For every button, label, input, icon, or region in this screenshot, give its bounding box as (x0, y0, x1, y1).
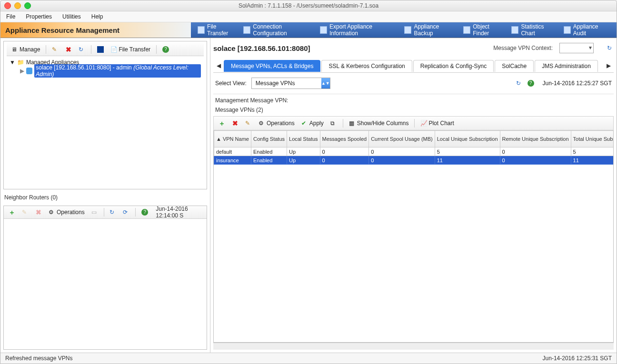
file-transfer-button[interactable]: 📄File Transfer (109, 45, 152, 54)
ribbon-connection-config[interactable]: Connection Configuration (240, 21, 316, 39)
edit-icon: ✎ (245, 120, 252, 127)
table-row[interactable]: default Enabled Up 0 0 5 0 5 1 0 0 (214, 148, 614, 156)
menu-file[interactable]: File (6, 13, 15, 20)
help-button[interactable]: ? (160, 45, 171, 54)
add-vpn-button[interactable]: ＋ (217, 119, 227, 128)
table-header-row: ▲ VPN Name Config Status Local Status Me… (214, 131, 614, 148)
edit-vpn-button[interactable]: ✎ (243, 119, 254, 128)
folder-icon: 📁 (17, 59, 24, 66)
delete-vpn-button[interactable]: ✖ (230, 119, 240, 128)
vpn-context-select[interactable]: ▾ (559, 43, 594, 53)
columns-icon: ▦ (349, 120, 356, 127)
ribbon-appliance-backup[interactable]: Appliance Backup (401, 21, 459, 39)
refresh-button[interactable]: ↻ (77, 45, 87, 54)
tab-solcache[interactable]: SolCache (495, 60, 534, 72)
finder-icon (463, 26, 470, 34)
delete-icon: ✖ (65, 46, 72, 53)
appliance-tree[interactable]: ▼ 📁 Managed Appliances ▶ solace [192.168… (7, 56, 204, 187)
neighbor-timestamp: Jun-14-2016 12:14:00 S (156, 206, 204, 219)
menu-utilities[interactable]: Utilities (62, 13, 81, 20)
grid-toolbar: ＋ ✖ ✎ ⚙Operations ✔Apply ⧉ ▦Show/Hide Co… (213, 116, 614, 130)
show-hide-columns-button[interactable]: ▦Show/Hide Columns (347, 119, 411, 128)
plus-icon: ＋ (9, 209, 15, 216)
tab-message-vpns[interactable]: Message VPNs, ACLs & Bridges (224, 60, 320, 72)
select-view-combo[interactable]: Message VPNs ▲▼ (251, 78, 330, 89)
vpn-count-label: Message VPNs (2) (213, 107, 614, 116)
col-vpn-name[interactable]: ▲ VPN Name (214, 131, 251, 148)
disclosure-triangle-icon[interactable]: ▶ (20, 68, 24, 74)
status-bar: Refreshed message VPNs Jun-14-2016 12:25… (0, 353, 617, 364)
plot-chart-button[interactable]: 📈Plot Chart (418, 119, 456, 128)
tab-jms-admin[interactable]: JMS Administration (535, 60, 598, 72)
help-view-button[interactable]: ? (527, 80, 534, 87)
minimize-window-button[interactable] (14, 2, 21, 9)
refresh-all-button[interactable]: ⟳ (121, 208, 131, 216)
ribbon-appliance-audit[interactable]: Appliance Audit (561, 21, 613, 39)
ribbon-statistics-chart[interactable]: Statistics Chart (508, 21, 559, 39)
tab-scroll-left[interactable]: ◀ (213, 62, 224, 69)
edit-icon: ✎ (52, 46, 59, 53)
operations-vpn-button[interactable]: ⚙Operations (257, 119, 297, 128)
zoom-window-button[interactable] (24, 2, 31, 9)
menubar: File Properties Utilities Help (0, 11, 617, 22)
check-icon: ✔ (301, 120, 308, 127)
chart-icon (511, 26, 518, 34)
help-icon: ? (141, 209, 148, 216)
col-local-unique-sub[interactable]: Local Unique Subscription (435, 131, 500, 148)
col-local-status[interactable]: Local Status (287, 131, 320, 148)
tree-node-solace[interactable]: ▶ solace [192.168.56.101:8080] - admin (… (10, 67, 201, 75)
manage-button[interactable]: 🖥Manage (10, 45, 42, 54)
refresh-icon: ↻ (79, 46, 85, 53)
window-title: SolAdmin : 7.1.1.158 - /Users/sumeet/sol… (4, 2, 613, 9)
ribbon-file-transfer[interactable]: File Transfer (195, 21, 239, 39)
export-icon (320, 26, 327, 34)
refresh-router-button[interactable]: ↻ (108, 208, 118, 216)
plus-icon: ＋ (219, 120, 225, 127)
add-router-button[interactable]: ＋ (7, 208, 17, 216)
menu-properties[interactable]: Properties (26, 13, 52, 20)
appliance-icon (26, 68, 32, 74)
document-button[interactable]: ▭ (90, 208, 100, 216)
apply-button[interactable]: ✔Apply (299, 119, 326, 128)
disclosure-triangle-icon[interactable]: ▼ (10, 59, 15, 66)
view-timestamp: Jun-14-2016 12:25:27 SGT (543, 80, 612, 87)
menu-help[interactable]: Help (91, 13, 103, 20)
tab-replication[interactable]: Replication & Config-Sync (413, 60, 494, 72)
table-row[interactable]: insurance Enabled Up 0 0 11 0 11 1 0 0 (214, 156, 614, 165)
close-window-button[interactable] (4, 2, 11, 9)
col-config-status[interactable]: Config Status (251, 131, 287, 148)
left-panel: 🖥Manage ✎ ✖ ↻ 📄File Transfer ? ▼ 📁 Man (0, 38, 210, 353)
gear-icon: ⚙ (259, 120, 265, 127)
help-router-button[interactable]: ? (139, 208, 150, 216)
delete-icon: ✖ (232, 120, 239, 127)
tab-scroll-right[interactable]: ▶ (603, 62, 614, 69)
file-transfer-small-icon: 📄 (110, 46, 117, 53)
col-messages-spooled[interactable]: Messages Spooled (320, 131, 369, 148)
terminal-button[interactable] (95, 45, 106, 54)
copy-button[interactable]: ⧉ (328, 119, 339, 128)
tab-bar: ◀ Message VPNs, ACLs & Bridges SSL & Ker… (213, 59, 614, 73)
ribbon: Appliance Resource Management File Trans… (0, 22, 617, 38)
horizontal-scrollbar[interactable] (213, 343, 614, 350)
edit-icon: ✎ (22, 209, 29, 216)
col-remote-unique-sub[interactable]: Remote Unique Subscription (500, 131, 571, 148)
col-spool-usage[interactable]: Current Spool Usage (MB) (369, 131, 435, 148)
dropdown-arrow-icon: ▾ (589, 44, 592, 51)
refresh-view-button[interactable]: ↻ (516, 80, 523, 87)
plot-icon: 📈 (420, 120, 427, 127)
operations-button[interactable]: ⚙Operations (47, 208, 87, 216)
refresh-context-button[interactable]: ↻ (607, 45, 614, 51)
ribbon-object-finder[interactable]: Object Finder (460, 21, 508, 39)
edit-button[interactable]: ✎ (50, 45, 60, 54)
terminal-icon (97, 46, 104, 53)
vpn-table[interactable]: ▲ VPN Name Config Status Local Status Me… (213, 130, 614, 343)
copy-icon: ⧉ (330, 120, 337, 127)
delete-button[interactable]: ✖ (63, 45, 74, 54)
col-total-unique-sub[interactable]: Total Unique Subscription (571, 131, 614, 148)
delete-router-button[interactable]: ✖ (33, 208, 44, 216)
tab-ssl-kerberos[interactable]: SSL & Kerberos Configuration (321, 60, 412, 72)
ribbon-export-appliance[interactable]: Export Appliance Information (317, 21, 401, 39)
edit-router-button[interactable]: ✎ (20, 208, 30, 216)
refresh-all-icon: ⟳ (123, 209, 129, 216)
tree-node-label: solace [192.168.56.101:8080] - admin (Gl… (34, 64, 201, 78)
